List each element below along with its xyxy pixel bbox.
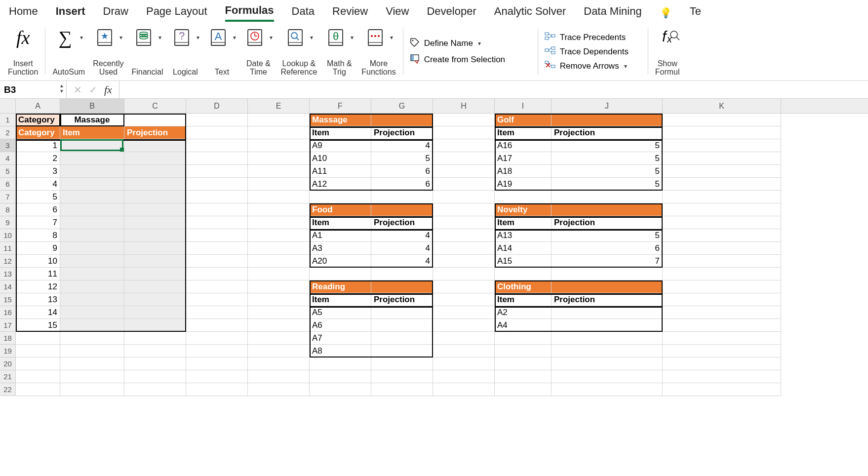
row-header-1[interactable]: 1 (0, 114, 15, 126)
cell-I20[interactable] (495, 357, 552, 370)
cell-H2[interactable] (433, 126, 495, 139)
cell-C8[interactable] (124, 203, 186, 216)
cell-K4[interactable] (663, 152, 781, 165)
cell-B17[interactable] (60, 319, 124, 332)
cell-F5[interactable]: A11 (310, 165, 371, 178)
cell-J2[interactable]: Projection (552, 126, 663, 139)
cell-C21[interactable] (124, 370, 186, 383)
tab-developer[interactable]: Developer (427, 5, 476, 21)
row-header-9[interactable]: 9 (0, 216, 15, 229)
cell-E20[interactable] (248, 357, 310, 370)
insert-function-button[interactable]: fx Insert Function (4, 27, 42, 77)
cell-C20[interactable] (124, 357, 186, 370)
formula-input[interactable] (119, 81, 868, 98)
col-header-I[interactable]: I (495, 99, 552, 113)
tab-tell-me[interactable]: Te (690, 5, 701, 21)
row-header-20[interactable]: 20 (0, 357, 15, 370)
cell-A9[interactable]: 7 (16, 216, 60, 229)
cell-H10[interactable] (433, 229, 495, 242)
cell-E10[interactable] (248, 229, 310, 242)
cell-G4[interactable]: 5 (371, 152, 433, 165)
cell-D13[interactable] (186, 268, 248, 280)
namebox-spinner[interactable]: ▲▼ (59, 83, 64, 94)
cell-J12[interactable]: 7 (552, 255, 663, 268)
name-box-input[interactable] (0, 81, 66, 98)
cell-B16[interactable] (60, 306, 124, 319)
cell-E22[interactable] (248, 383, 310, 396)
cell-I3[interactable]: A16 (495, 139, 552, 152)
cell-I1[interactable]: Golf (495, 114, 552, 126)
cell-D7[interactable] (186, 191, 248, 203)
recently-used-button[interactable]: ★▾ Recently Used (89, 27, 127, 77)
chevron-down-icon[interactable]: ▾ (390, 34, 393, 41)
cell-G7[interactable] (371, 191, 433, 203)
cell-F3[interactable]: A9 (310, 139, 371, 152)
cell-J15[interactable]: Projection (552, 293, 663, 306)
tab-home[interactable]: Home (9, 5, 38, 21)
lookup-reference-button[interactable]: ▾ Lookup & Reference (276, 27, 321, 77)
cell-D17[interactable] (186, 319, 248, 332)
cell-F8[interactable]: Food (310, 203, 371, 216)
cell-B7[interactable] (60, 191, 124, 203)
cell-K5[interactable] (663, 165, 781, 178)
remove-arrows-button[interactable]: Remove Arrows▾ (544, 60, 642, 72)
chevron-down-icon[interactable]: ▾ (478, 40, 481, 47)
cell-C7[interactable] (124, 191, 186, 203)
cell-I11[interactable]: A14 (495, 242, 552, 255)
chevron-down-icon[interactable]: ▾ (197, 34, 199, 41)
cell-D12[interactable] (186, 255, 248, 268)
cell-B11[interactable] (60, 242, 124, 255)
cell-C4[interactable] (124, 152, 186, 165)
cell-H5[interactable] (433, 165, 495, 178)
text-button[interactable]: A▾ Text (203, 27, 240, 77)
cell-G14[interactable] (371, 280, 433, 293)
cell-E11[interactable] (248, 242, 310, 255)
cell-E19[interactable] (248, 345, 310, 357)
col-header-F[interactable]: F (310, 99, 371, 113)
cell-E21[interactable] (248, 370, 310, 383)
col-header-E[interactable]: E (248, 99, 310, 113)
cell-H9[interactable] (433, 216, 495, 229)
row-header-22[interactable]: 22 (0, 383, 15, 396)
tab-data-mining[interactable]: Data Mining (584, 5, 641, 21)
cell-K22[interactable] (663, 383, 781, 396)
cell-J4[interactable]: 5 (552, 152, 663, 165)
cell-I4[interactable]: A17 (495, 152, 552, 165)
cell-K7[interactable] (663, 191, 781, 203)
show-formulas-button[interactable]: fx Show Formul (651, 27, 684, 77)
cell-K21[interactable] (663, 370, 781, 383)
chevron-down-icon[interactable]: ▾ (351, 34, 354, 41)
cell-F19[interactable]: A8 (310, 345, 371, 357)
enter-icon[interactable]: ✓ (89, 84, 97, 96)
cell-E16[interactable] (248, 306, 310, 319)
cell-J20[interactable] (552, 357, 663, 370)
cell-E3[interactable] (248, 139, 310, 152)
col-header-H[interactable]: H (433, 99, 495, 113)
create-from-selection-button[interactable]: Create from Selection (409, 53, 532, 67)
cell-J19[interactable] (552, 345, 663, 357)
cell-C9[interactable] (124, 216, 186, 229)
cell-B18[interactable] (60, 332, 124, 345)
cell-F13[interactable] (310, 268, 371, 280)
tab-analytic-solver[interactable]: Analytic Solver (494, 5, 566, 21)
cell-C19[interactable] (124, 345, 186, 357)
cell-A8[interactable]: 6 (16, 203, 60, 216)
cell-H8[interactable] (433, 203, 495, 216)
cell-C18[interactable] (124, 332, 186, 345)
cell-I5[interactable]: A18 (495, 165, 552, 178)
cell-F4[interactable]: A10 (310, 152, 371, 165)
chevron-down-icon[interactable]: ▾ (270, 34, 273, 41)
cell-K6[interactable] (663, 178, 781, 191)
cell-F11[interactable]: A3 (310, 242, 371, 255)
col-header-G[interactable]: G (371, 99, 433, 113)
cell-I13[interactable] (495, 268, 552, 280)
cell-E15[interactable] (248, 293, 310, 306)
row-header-21[interactable]: 21 (0, 370, 15, 383)
col-header-K[interactable]: K (663, 99, 781, 113)
cell-I22[interactable] (495, 383, 552, 396)
cell-H1[interactable] (433, 114, 495, 126)
cell-D3[interactable] (186, 139, 248, 152)
row-header-19[interactable]: 19 (0, 345, 15, 357)
cell-I15[interactable]: Item (495, 293, 552, 306)
col-header-D[interactable]: D (186, 99, 248, 113)
